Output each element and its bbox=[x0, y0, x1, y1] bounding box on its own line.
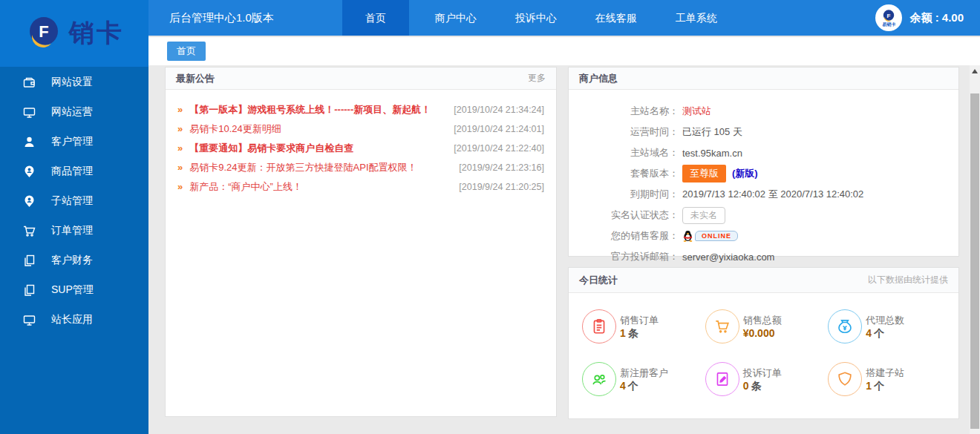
sidebar-item-label: 客户财务 bbox=[51, 254, 93, 267]
sidebar-item-label: 商品管理 bbox=[51, 165, 93, 178]
sidebar-item-label: SUP管理 bbox=[51, 283, 94, 297]
announcements-title: 最新公告 bbox=[176, 72, 215, 85]
money-bag-icon bbox=[828, 309, 862, 343]
sidebar-item-site-operation[interactable]: 网站运营 bbox=[0, 97, 148, 127]
copy-icon bbox=[22, 254, 36, 268]
merchant-row-run-time: 运营时间： 已运行 105 天 bbox=[569, 122, 958, 142]
announcement-row[interactable]: » 新产品：“商户中心”上线！ [2019/9/24 21:20:25] bbox=[177, 177, 544, 197]
balance-text: 余额 : 4.00 bbox=[909, 11, 964, 25]
sidebar-item-sup-mgmt[interactable]: SUP管理 bbox=[0, 275, 148, 305]
nav-item-complaint-center[interactable]: 投诉中心 bbox=[503, 0, 569, 36]
nav-items: 首页 商户中心 投诉中心 在线客服 工单系统 bbox=[342, 0, 743, 36]
qq-online-badge[interactable]: ONLINE bbox=[682, 230, 738, 242]
announcement-row[interactable]: » 易销卡9.24更新：开放第三方快捷登陆API配置权限！ [2019/9/24… bbox=[177, 158, 544, 177]
avatar[interactable]: F 易销卡 bbox=[875, 4, 902, 31]
merchant-row-domain: 主站域名： test.95kam.cn bbox=[569, 142, 958, 163]
more-link[interactable]: 更多 bbox=[528, 72, 546, 85]
stat-sales-orders: 销售订单 1条 bbox=[582, 309, 705, 343]
avatar-logo-icon: F bbox=[882, 9, 895, 22]
stat-substations-built: 搭建子站 1个 bbox=[828, 362, 951, 396]
sidebar-item-label: 客户管理 bbox=[51, 135, 93, 148]
merchant-info-header: 商户信息 bbox=[569, 68, 958, 90]
sidebar-item-site-settings[interactable]: 网站设置 bbox=[0, 68, 148, 97]
sidebar-item-label: 订单管理 bbox=[51, 224, 93, 237]
sidebar: F 销卡 网站设置 网站运营 客户管理 商品管理 bbox=[0, 0, 148, 434]
merchant-row-realname: 实名认证状态： 未实名 bbox=[569, 205, 958, 226]
site-name-value: 测试站 bbox=[682, 105, 711, 118]
stat-sales-total: 销售总额 ¥0.000 bbox=[705, 309, 829, 343]
new-version-link[interactable]: (新版) bbox=[732, 167, 758, 180]
scroll-up-arrow-icon[interactable] bbox=[970, 65, 980, 76]
sidebar-item-order-mgmt[interactable]: 订单管理 bbox=[0, 216, 148, 246]
today-stats-title: 今日统计 bbox=[579, 274, 618, 287]
people-icon bbox=[582, 362, 616, 396]
announcement-row[interactable]: » 【重要通知】易销卡要求商户自检自查 [2019/10/24 21:22:40… bbox=[177, 139, 544, 158]
nav-item-online-service[interactable]: 在线客服 bbox=[583, 0, 650, 36]
breadcrumb: 首页 bbox=[148, 36, 980, 65]
merchant-row-service: 您的销售客服： ONLINE bbox=[569, 226, 958, 246]
page-title: 后台管理中心1.0版本 bbox=[169, 11, 274, 25]
double-arrow-icon: » bbox=[177, 100, 183, 119]
sidebar-menu: 网站设置 网站运营 客户管理 商品管理 子站管理 bbox=[0, 68, 148, 335]
sidebar-item-customer-mgmt[interactable]: 客户管理 bbox=[0, 127, 148, 157]
merchant-info-panel: 商户信息 主站名称： 测试站 运营时间： 已运行 105 天 主站域名： tes… bbox=[568, 67, 959, 257]
scrollbar-thumb[interactable] bbox=[970, 93, 979, 429]
nav-item-ticket-system[interactable]: 工单系统 bbox=[663, 0, 730, 36]
nav-item-merchant-center[interactable]: 商户中心 bbox=[422, 0, 489, 36]
stats-source-note: 以下数据由统计提供 bbox=[868, 274, 948, 286]
double-arrow-icon: » bbox=[177, 177, 183, 197]
nav-item-home[interactable]: 首页 bbox=[342, 0, 409, 36]
monitor-icon bbox=[22, 313, 36, 327]
sidebar-item-label: 站长应用 bbox=[51, 313, 93, 326]
merchant-row-expire: 到期时间： 2019/7/13 12:40:02 至 2020/7/13 12:… bbox=[569, 184, 958, 205]
announcement-row[interactable]: » 易销卡10.24更新明细 [2019/10/24 21:24:01] bbox=[177, 119, 544, 139]
shield-icon bbox=[828, 362, 862, 396]
user-icon bbox=[22, 135, 36, 149]
merchant-row-site-name: 主站名称： 测试站 bbox=[569, 101, 958, 122]
announcements-header: 最新公告 更多 bbox=[166, 68, 556, 90]
sidebar-item-label: 网站运营 bbox=[51, 105, 93, 119]
copy-icon bbox=[22, 283, 36, 297]
top-navbar: 后台管理中心1.0版本 首页 商户中心 投诉中心 在线客服 工单系统 F 易销卡… bbox=[148, 0, 980, 36]
today-stats-header: 今日统计 以下数据由统计提供 bbox=[569, 268, 958, 293]
sidebar-item-customer-finance[interactable]: 客户财务 bbox=[0, 246, 148, 275]
stat-complaint-orders: 投诉订单 0条 bbox=[705, 362, 829, 396]
today-stats-panel: 今日统计 以下数据由统计提供 销售订单 1条 销售总额 ¥0.000 bbox=[568, 267, 959, 419]
cart-icon bbox=[22, 224, 36, 238]
latest-announcements-panel: 最新公告 更多 » 【第一版本】游戏租号系统上线！------新项目、新起航！ … bbox=[165, 67, 557, 417]
merchant-row-package: 套餐版本： 至尊版 (新版) bbox=[569, 163, 958, 184]
sidebar-item-product-mgmt[interactable]: 商品管理 bbox=[0, 157, 148, 186]
merchant-row-email: 官方投诉邮箱： server@yixiaoka.com bbox=[569, 246, 958, 267]
vertical-scrollbar[interactable] bbox=[970, 65, 980, 434]
svg-text:F: F bbox=[39, 22, 48, 41]
svg-text:F: F bbox=[887, 13, 891, 19]
user-pin-icon bbox=[22, 165, 36, 179]
clipboard-icon bbox=[582, 309, 616, 343]
sidebar-item-label: 子站管理 bbox=[51, 194, 93, 208]
document-edit-icon bbox=[705, 362, 739, 396]
breadcrumb-home-tag[interactable]: 首页 bbox=[167, 42, 206, 61]
merchant-info-title: 商户信息 bbox=[579, 72, 618, 85]
sidebar-item-webmaster-apps[interactable]: 站长应用 bbox=[0, 305, 148, 335]
wallet-icon bbox=[22, 76, 36, 90]
complaint-email-value: server@yixiaoka.com bbox=[682, 251, 774, 263]
sidebar-item-label: 网站设置 bbox=[51, 76, 93, 89]
nav-right-group: F 易销卡 余额 : 4.00 bbox=[875, 4, 964, 31]
stat-agent-total: 代理总数 4个 bbox=[828, 309, 951, 343]
cart-icon bbox=[705, 309, 739, 343]
sidebar-item-substation-mgmt[interactable]: 子站管理 bbox=[0, 186, 148, 216]
realname-status-badge[interactable]: 未实名 bbox=[682, 207, 725, 224]
qq-penguin-icon bbox=[682, 230, 693, 242]
double-arrow-icon: » bbox=[177, 139, 183, 158]
package-badge: 至尊版 bbox=[682, 165, 726, 183]
expire-value: 2019/7/13 12:40:02 至 2020/7/13 12:40:02 bbox=[682, 188, 863, 201]
app-logo[interactable]: F 销卡 bbox=[0, 0, 148, 67]
logo-text: 销卡 bbox=[69, 16, 124, 50]
domain-value: test.95kam.cn bbox=[682, 148, 742, 159]
user-pin-icon bbox=[22, 194, 36, 208]
announcement-row[interactable]: » 【第一版本】游戏租号系统上线！------新项目、新起航！ [2019/10… bbox=[177, 100, 544, 119]
stats-grid: 销售订单 1条 销售总额 ¥0.000 代理总数 4个 bbox=[569, 293, 958, 396]
double-arrow-icon: » bbox=[177, 119, 183, 139]
stat-new-customers: 新注册客户 4个 bbox=[582, 362, 705, 396]
monitor-icon bbox=[22, 105, 36, 119]
